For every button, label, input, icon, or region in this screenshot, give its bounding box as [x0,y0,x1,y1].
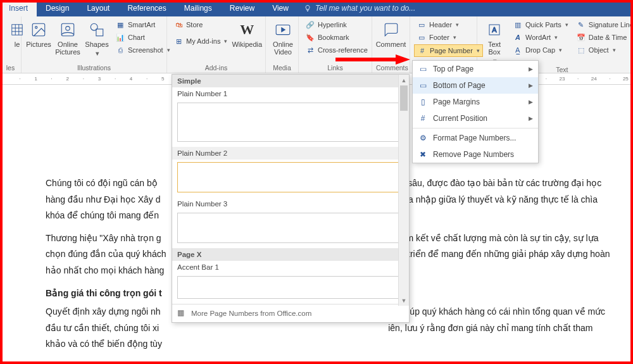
tab-review[interactable]: Review [221,0,263,16]
gallery-item-pn3[interactable]: Plain Number 3 [172,198,409,210]
tab-layout[interactable]: Layout [78,0,118,16]
footer-button[interactable]: ▭Footer▾ [414,32,483,43]
scroll-up-icon[interactable]: ▲ [399,75,409,85]
menu-format-label: Format Page Numbers... [433,134,516,142]
smartart-label: SmartArt [128,21,155,28]
svg-rect-6 [96,29,103,36]
wordart-icon: A [513,32,523,42]
tab-design[interactable]: Design [37,0,78,16]
quickparts-icon: ▥ [513,20,523,30]
header-label: Header [429,21,452,28]
scroll-down-icon[interactable]: ▼ [399,295,409,306]
office-icon: ▦ [177,308,187,318]
shapes-icon [89,22,105,38]
crossref-icon: ⇄ [305,45,315,55]
doc-text: hòa nhập giữa lý thuyết và kỹ năng thực … [399,194,598,204]
doc-heading: Bảng giá thi công trọn gói t [46,288,162,298]
gallery-scrollbar[interactable]: ▲ ▼ [398,75,409,306]
header-button[interactable]: ▭Header▾ [414,19,483,30]
tab-mailings[interactable]: Mailings [175,0,221,16]
gallery-preview-pn1[interactable] [177,103,404,142]
addins-icon: ⊞ [173,36,184,46]
tell-me[interactable]: Tell me what you want to do... [298,4,422,13]
menu-top-of-page[interactable]: ▭Top of Page▶ [413,61,538,77]
chart-button[interactable]: 📊Chart [113,32,173,43]
gallery-item-accent1[interactable]: Accent Bar 1 [172,261,409,273]
pagenumber-label: Page Number [430,47,473,54]
store-button[interactable]: 🛍Store [171,19,230,30]
menu-remove-page-numbers[interactable]: ✖Remove Page Numbers [413,146,538,163]
crossref-button[interactable]: ⇄Cross-reference [303,44,370,56]
menu-current-position[interactable]: #Current Position▶ [413,110,538,127]
gallery-preview-pn3[interactable] [177,213,404,243]
gallery-preview-pn2[interactable] [177,162,404,192]
online-video-button[interactable]: Online Video [270,19,296,57]
online-pictures-icon [60,22,76,38]
hyperlink-button[interactable]: 🔗Hyperlink [303,19,370,30]
menu-page-margins[interactable]: ▯Page Margins▶ [413,94,538,110]
bookmark-button[interactable]: 🔖Bookmark [303,32,370,43]
tell-me-label: Tell me what you want to do... [315,4,415,13]
svg-point-4 [66,27,70,31]
tab-references[interactable]: References [118,0,175,16]
comment-button[interactable]: Comment [376,19,406,49]
sigline-icon: ✎ [576,20,586,30]
object-button[interactable]: ⬚Object▾ [573,44,633,56]
datetime-button[interactable]: 📅Date & Time [573,32,633,43]
pictures-button[interactable]: Pictures [25,19,52,49]
page-number-button[interactable]: #Page Number▾ [414,44,483,57]
textbox-label: Text Box [488,41,501,56]
current-position-icon: # [418,113,428,123]
scroll-thumb[interactable] [400,85,408,111]
menu-bottom-of-page[interactable]: ▭Bottom of Page▶ [413,77,538,94]
textbox-button[interactable]: A Text Box▾ [481,19,508,66]
comment-icon [383,22,399,38]
menu-bottom-label: Bottom of Page [433,81,486,90]
tab-insert[interactable]: Insert [0,0,37,16]
doc-text: khảo và có thể biến động tùy [46,339,162,349]
online-pictures-button[interactable]: Online Pictures [54,19,81,57]
crossref-label: Cross-reference [318,46,368,54]
wordart-label: WordArt [525,34,551,41]
page-bottom-icon: ▭ [418,80,428,91]
textbox-icon: A [487,22,502,37]
smartart-button[interactable]: ▦SmartArt [113,19,173,30]
quickparts-label: Quick Parts [525,21,561,28]
menu-format-page-numbers[interactable]: ⚙Format Page Numbers... [413,130,538,146]
header-icon: ▭ [417,20,427,30]
footer-icon: ▭ [417,32,427,42]
tab-view[interactable]: View [263,0,298,16]
wordart-button[interactable]: AWordArt▾ [510,32,571,43]
doc-text: chọn đúng đắn của quý khách [46,249,166,259]
my-addins-button[interactable]: ⊞My Add-ins▾ [171,35,230,47]
group-tables-label: les [4,64,17,73]
store-icon: 🛍 [173,20,184,30]
doc-text: cam kết về chất lượng mà còn là sự tin c… [397,233,599,243]
screenshot-label: Screenshot [128,46,163,54]
wikipedia-button[interactable]: W Wikipedia [232,19,261,49]
online-pictures-label: Online Pictures [55,41,80,56]
screenshot-button[interactable]: ⎙Screenshot▾ [113,44,173,56]
shapes-button[interactable]: Shapes▾ [84,19,110,58]
object-icon: ⬚ [576,45,586,55]
gallery-more-label: More Page Numbers from Office.com [191,310,311,317]
group-comments: Comment Comments [372,16,410,73]
svg-rect-0 [12,25,23,35]
gallery-more-link[interactable]: ▦ More Page Numbers from Office.com [172,304,409,322]
gallery-item-pn1[interactable]: Plain Number 1 [172,87,409,100]
chart-label: Chart [128,34,145,41]
sigline-button[interactable]: ✎Signature Line▾ [573,19,633,30]
group-media-label: Media [270,64,294,73]
svg-text:A: A [492,26,497,34]
dropcap-button[interactable]: A̲Drop Cap▾ [510,44,571,56]
wikipedia-icon: W [237,20,256,39]
quickparts-button[interactable]: ▥Quick Parts▾ [510,19,571,30]
page-number-gallery: Simple Plain Number 1 Plain Number 2 Pla… [172,74,410,323]
store-label: Store [186,21,203,28]
doc-text: Chúng tôi có đội ngũ cán bộ [46,178,158,188]
video-label: Online Video [273,41,293,56]
table-label: le [15,41,20,48]
gallery-item-pn2[interactable]: Plain Number 2 [172,147,409,160]
gallery-section-simple: Simple [172,75,409,87]
gallery-preview-accent1[interactable] [177,276,404,299]
